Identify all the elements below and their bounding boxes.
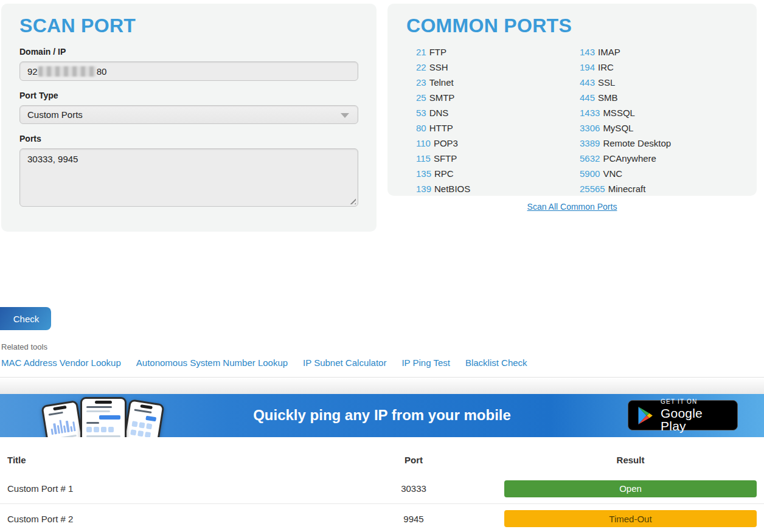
port-number: 5900	[580, 168, 600, 179]
ports-textarea[interactable]: 30333, 9945	[19, 148, 358, 207]
port-name: IRC	[598, 62, 614, 72]
port-name: SSH	[429, 62, 448, 72]
port-number: 3306	[580, 123, 600, 133]
port-name: SSL	[598, 77, 615, 88]
common-port-item: 80HTTP	[416, 120, 580, 136]
common-port-item: 53DNS	[416, 105, 580, 120]
port-name: SFTP	[434, 153, 457, 164]
common-port-item: 1433MSSQL	[580, 105, 671, 120]
common-ports-column-left: 21FTP 22SSH 23Telnet 25SMTP 53DNS 80HTTP…	[416, 44, 580, 196]
header-result: Result	[487, 455, 764, 465]
port-number: 115	[416, 153, 431, 164]
port-number: 1433	[580, 108, 600, 118]
port-number: 53	[416, 108, 426, 118]
port-name: SMB	[598, 92, 618, 103]
port-number: 110	[416, 138, 431, 148]
domain-ip-value-suffix: 80	[97, 66, 107, 77]
chevron-down-icon	[341, 113, 349, 118]
scan-all-common-ports-link[interactable]: Scan All Common Ports	[527, 202, 617, 212]
table-row: Custom Port # 2 9945 Timed-Out	[0, 503, 764, 532]
common-port-item: 194IRC	[580, 60, 671, 75]
port-type-label: Port Type	[19, 91, 358, 100]
redacted-ip-block	[38, 66, 96, 77]
row-port: 30333	[341, 483, 487, 494]
row-port: 9945	[341, 514, 487, 524]
port-number: 194	[580, 62, 595, 72]
page: SCAN PORT Domain / IP 9280 Port Type Cus…	[0, 0, 764, 532]
google-play-icon	[636, 406, 654, 426]
results-table-body: Custom Port # 1 30333 Open Custom Port #…	[0, 474, 764, 532]
common-port-item: 143IMAP	[580, 44, 671, 60]
related-tool-link[interactable]: MAC Address Vendor Lookup	[1, 358, 121, 368]
port-name: Minecraft	[608, 184, 646, 194]
scan-port-panel: SCAN PORT Domain / IP 9280 Port Type Cus…	[1, 4, 377, 232]
port-name: MySQL	[603, 123, 633, 133]
common-port-item: 445SMB	[580, 90, 671, 105]
port-number: 443	[580, 77, 595, 88]
common-port-item: 3306MySQL	[580, 120, 671, 136]
common-port-item: 110POP3	[416, 136, 580, 151]
row-title: Custom Port # 1	[0, 483, 341, 494]
port-number: 22	[416, 62, 426, 72]
row-result-cell: Open	[487, 480, 764, 497]
results-table-header: Title Port Result	[0, 446, 764, 474]
port-number: 80	[416, 123, 426, 133]
port-number: 445	[580, 92, 595, 103]
port-name: VNC	[603, 168, 622, 179]
domain-ip-value-prefix: 92	[27, 66, 38, 77]
port-name: Telnet	[429, 77, 454, 88]
related-tools-links: MAC Address Vendor Lookup Autonomous Sys…	[1, 358, 527, 368]
port-type-select[interactable]: Custom Ports	[19, 105, 358, 124]
common-port-item: 5900VNC	[580, 166, 671, 181]
check-button[interactable]: Check	[0, 307, 51, 330]
row-result-cell: Timed-Out	[487, 510, 764, 527]
google-play-text: GET IT ON Google Play	[661, 399, 729, 432]
header-title: Title	[0, 455, 341, 465]
port-type-selected-value: Custom Ports	[27, 109, 83, 120]
resize-handle[interactable]	[348, 196, 356, 204]
common-port-item: 25565Minecraft	[580, 181, 671, 196]
common-port-item: 23Telnet	[416, 75, 580, 90]
port-number: 135	[416, 168, 431, 179]
port-name: RPC	[434, 168, 454, 179]
banner-top-shadow	[0, 378, 764, 394]
scan-all-common-ports: Scan All Common Ports	[387, 201, 757, 212]
port-name: MSSQL	[603, 108, 635, 118]
google-play-badge[interactable]: GET IT ON Google Play	[628, 400, 738, 430]
port-name: NetBIOS	[434, 184, 470, 194]
common-ports-title: COMMON PORTS	[406, 4, 738, 37]
related-tools-label: Related tools	[1, 342, 47, 351]
related-tool-link[interactable]: Autonomous System Number Lookup	[136, 358, 288, 368]
port-number: 3389	[580, 138, 600, 148]
google-play-get-it-on: GET IT ON	[661, 399, 729, 405]
common-port-item: 22SSH	[416, 60, 580, 75]
port-number: 143	[580, 47, 595, 57]
phone-notch	[95, 401, 112, 404]
related-tool-link[interactable]: Blacklist Check	[465, 358, 527, 368]
mobile-app-banner: Quickly ping any IP from your mobile GET…	[0, 394, 764, 437]
results-table: Title Port Result Custom Port # 1 30333 …	[0, 446, 764, 532]
ports-value: 30333, 9945	[27, 154, 78, 164]
related-tool-link[interactable]: IP Ping Test	[401, 358, 450, 368]
port-number: 21	[416, 47, 426, 57]
header-port: Port	[341, 455, 487, 465]
port-name: IMAP	[598, 47, 620, 57]
domain-ip-input[interactable]: 9280	[19, 61, 358, 81]
port-name: HTTP	[429, 123, 453, 133]
common-port-item: 25SMTP	[416, 90, 580, 105]
common-port-item: 5632PCAnywhere	[580, 151, 671, 166]
port-name: Remote Desktop	[603, 138, 671, 148]
port-name: DNS	[429, 108, 449, 118]
ports-label: Ports	[19, 134, 358, 143]
port-number: 25565	[580, 184, 605, 194]
port-number: 25	[416, 92, 426, 103]
port-number: 139	[416, 184, 431, 194]
port-name: POP3	[434, 138, 458, 148]
port-name: SMTP	[429, 92, 455, 103]
common-port-item: 115SFTP	[416, 151, 580, 166]
google-play-label: Google Play	[661, 407, 729, 432]
port-name: PCAnywhere	[603, 153, 656, 164]
row-title: Custom Port # 2	[0, 514, 341, 524]
related-tool-link[interactable]: IP Subnet Calculator	[303, 358, 386, 368]
common-port-item: 21FTP	[416, 44, 580, 60]
